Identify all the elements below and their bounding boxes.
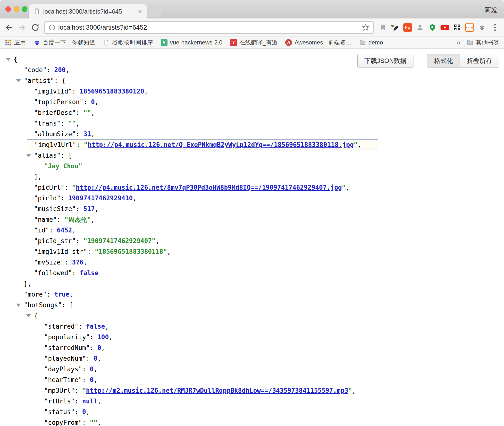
profile-name[interactable]: 阿发 xyxy=(485,6,498,15)
url-text[interactable]: localhost:3000/artists?id=6452 xyxy=(58,24,359,31)
json-key: "picUrl" xyxy=(34,184,64,191)
bookmark-item[interactable]: 应用 xyxy=(5,39,26,46)
shield-icon[interactable] xyxy=(427,22,438,33)
json-url-link[interactable]: http://p4.music.126.net/Q_ExePNkmqB2yWyL… xyxy=(88,141,354,148)
json-line[interactable]: "briefDesc": "", xyxy=(0,107,504,118)
back-button[interactable] xyxy=(3,22,15,33)
json-line[interactable]: "albumSize": 31, xyxy=(0,129,504,139)
close-window-button[interactable] xyxy=(5,6,11,12)
bookmark-item[interactable]: 百度一下，你就知道 xyxy=(34,39,95,46)
json-url-link[interactable]: http://p4.music.126.net/8mv7qP30Pd3oHW8b… xyxy=(76,184,342,191)
json-line[interactable]: { xyxy=(0,310,504,321)
json-line[interactable]: "picId_str": "19097417462929407", xyxy=(0,236,504,246)
bookmark-item[interactable]: AAwesomes - 前端资… xyxy=(285,39,351,46)
bookmark-label: vue-hackernews-2.0 xyxy=(170,39,222,46)
fe-icon[interactable]: FE xyxy=(402,22,413,33)
download-json-button[interactable]: 下载JSON数据 xyxy=(357,54,413,68)
json-line[interactable]: "starred": false, xyxy=(0,321,504,332)
collapse-arrow-icon[interactable] xyxy=(6,58,11,61)
json-punc: , xyxy=(95,205,99,213)
json-line[interactable]: "copyFrom": "", xyxy=(0,417,504,426)
json-punc: , xyxy=(105,323,109,330)
collapse-arrow-icon[interactable] xyxy=(26,314,31,317)
json-line[interactable]: "img1v1Url": "http://p4.music.126.net/Q_… xyxy=(27,139,378,150)
youtube-icon[interactable] xyxy=(439,22,450,33)
person-icon[interactable] xyxy=(414,22,426,33)
bookmark-star-icon[interactable] xyxy=(362,24,370,31)
collapse-all-button[interactable]: 折叠所有 xyxy=(460,54,499,68)
new-tab-button[interactable] xyxy=(146,6,165,17)
reload-button[interactable] xyxy=(30,22,41,33)
bookmark-item[interactable]: Y在线翻译_有道 xyxy=(230,39,277,46)
fullscreen-window-button[interactable] xyxy=(22,6,27,12)
json-line[interactable]: }, xyxy=(0,278,504,289)
json-key: "id" xyxy=(34,227,49,234)
json-num: 18569651883380120 xyxy=(80,88,144,95)
player-icon: PLAYER xyxy=(465,23,474,32)
json-line[interactable]: "name": "周杰伦", xyxy=(0,214,504,225)
json-line[interactable]: "dayPlays": 0, xyxy=(0,364,504,375)
json-line[interactable]: "popularity": 100, xyxy=(0,332,504,342)
json-key: "topicPerson" xyxy=(34,98,84,106)
json-line[interactable]: "img1v1Id_str": "18569651883380118", xyxy=(0,246,504,257)
json-line[interactable]: "starredNum": 0, xyxy=(0,342,504,353)
format-button[interactable]: 格式化 xyxy=(427,54,460,68)
bookmark-label: Awesomes - 前端资… xyxy=(294,39,351,46)
json-str: "" xyxy=(90,419,97,426)
collapse-arrow-icon[interactable] xyxy=(16,79,21,82)
collapse-arrow-icon[interactable] xyxy=(16,304,21,307)
tab-close-icon[interactable]: × xyxy=(138,8,142,15)
json-line[interactable]: "id": 6452, xyxy=(0,225,504,236)
json-punc: , xyxy=(109,333,113,341)
json-line[interactable]: "picId": 19097417462929410, xyxy=(0,193,504,204)
bookmarks-overflow-icon[interactable]: » xyxy=(456,39,460,46)
json-key: "rtUrls" xyxy=(44,398,75,405)
bookmark-item[interactable]: 谷歌按时间排序 xyxy=(103,39,153,46)
bookmark-item[interactable]: demo xyxy=(359,39,383,46)
json-punc: : xyxy=(90,344,97,351)
json-line[interactable]: "img1v1Id": 18569651883380120, xyxy=(0,86,504,97)
minimize-window-button[interactable] xyxy=(14,6,19,12)
json-line[interactable]: "trans": "", xyxy=(0,118,504,129)
paw-icon xyxy=(34,39,40,46)
json-line[interactable]: ], xyxy=(0,171,504,182)
json-punc: : xyxy=(76,130,83,138)
json-line[interactable]: "rtUrls": null, xyxy=(0,396,504,407)
folder-icon xyxy=(359,39,366,46)
json-line[interactable]: "artist": { xyxy=(0,75,504,86)
json-punc: : xyxy=(86,355,93,362)
json-punc: , xyxy=(167,248,171,255)
json-line[interactable]: "mp3Url": "http://m2.music.126.net/RMJR7… xyxy=(0,385,504,396)
paw-print-icon[interactable] xyxy=(476,22,487,33)
json-line[interactable]: "followed": false xyxy=(0,268,504,278)
forward-button[interactable] xyxy=(17,22,28,33)
site-info-icon[interactable] xyxy=(49,24,55,31)
json-line[interactable]: "topicPerson": 0, xyxy=(0,97,504,107)
json-line[interactable]: "picUrl": "http://p4.music.126.net/8mv7q… xyxy=(0,182,504,193)
json-line[interactable]: "alias": [ xyxy=(0,150,504,161)
other-bookmarks-folder[interactable]: 其他书签 xyxy=(467,39,499,46)
json-num: 0 xyxy=(82,408,86,416)
json-line[interactable]: "playedNum": 0, xyxy=(0,353,504,364)
collapse-arrow-icon[interactable] xyxy=(26,154,31,157)
json-line[interactable]: "musicSize": 517, xyxy=(0,204,504,214)
json-line[interactable]: "Jay Chou" xyxy=(0,161,504,171)
json-url-link[interactable]: http://m2.music.126.net/RMJR7wDullRqppBk… xyxy=(86,387,348,394)
player-icon[interactable]: PLAYER xyxy=(464,22,475,33)
json-line[interactable]: "hotSongs": [ xyxy=(0,300,504,310)
json-line[interactable]: "mvSize": 376, xyxy=(0,257,504,268)
json-line[interactable]: "hearTime": 0, xyxy=(0,375,504,385)
browser-tab[interactable]: localhost:3000/artists?id=645 × xyxy=(29,4,147,18)
bookmark-flag-icon[interactable] xyxy=(377,22,388,33)
address-bar[interactable]: localhost:3000/artists?id=6452 xyxy=(44,21,374,34)
json-punc: : xyxy=(90,333,97,341)
json-line[interactable]: "more": true, xyxy=(0,289,504,300)
json-punc: , xyxy=(352,387,356,394)
json-key: "followed" xyxy=(34,269,72,277)
json-key: "picId" xyxy=(34,195,61,202)
json-line[interactable]: "status": 0, xyxy=(0,407,504,417)
qrcode-icon[interactable] xyxy=(452,22,463,33)
translate-pen-icon[interactable]: en xyxy=(390,22,401,33)
bookmark-item[interactable]: Vvue-hackernews-2.0 xyxy=(161,39,222,46)
chrome-menu-icon[interactable] xyxy=(489,22,501,33)
